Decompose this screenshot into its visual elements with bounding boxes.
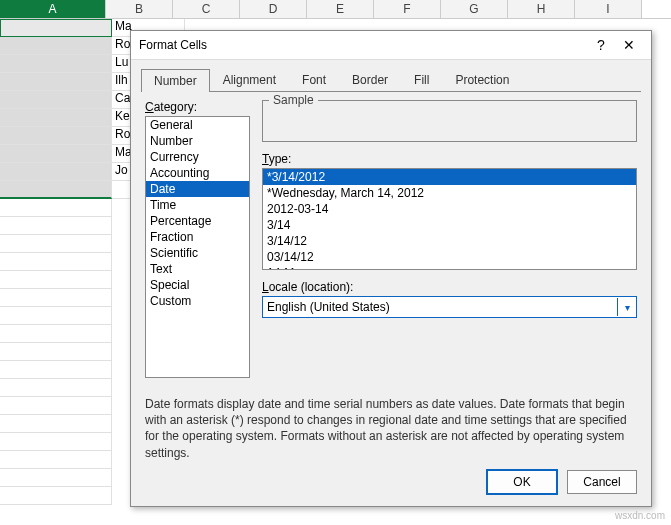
- cell-a23[interactable]: [0, 415, 112, 433]
- category-label: Category:: [145, 100, 250, 114]
- cell-a4[interactable]: [0, 73, 112, 91]
- col-header-i[interactable]: I: [575, 0, 642, 18]
- category-time[interactable]: Time: [146, 197, 249, 213]
- cell-a22[interactable]: [0, 397, 112, 415]
- titlebar: Format Cells ? ✕: [131, 31, 651, 60]
- cancel-button[interactable]: Cancel: [567, 470, 637, 494]
- col-header-d[interactable]: D: [240, 0, 307, 18]
- cell-a25[interactable]: [0, 451, 112, 469]
- sample-box: Sample: [262, 100, 637, 142]
- col-header-c[interactable]: C: [173, 0, 240, 18]
- category-percentage[interactable]: Percentage: [146, 213, 249, 229]
- cell-a13[interactable]: [0, 235, 112, 253]
- locale-select[interactable]: English (United States) ▾: [262, 296, 637, 318]
- category-list[interactable]: General Number Currency Accounting Date …: [145, 116, 250, 378]
- col-header-a[interactable]: A: [0, 0, 106, 18]
- cell-a26[interactable]: [0, 469, 112, 487]
- category-currency[interactable]: Currency: [146, 149, 249, 165]
- help-button[interactable]: ?: [587, 37, 615, 53]
- cell-a12[interactable]: [0, 217, 112, 235]
- col-header-b[interactable]: B: [106, 0, 173, 18]
- cell-a16[interactable]: [0, 289, 112, 307]
- cell-a15[interactable]: [0, 271, 112, 289]
- dialog-content: Category: General Number Currency Accoun…: [131, 92, 651, 386]
- tab-number[interactable]: Number: [141, 69, 210, 92]
- tab-alignment[interactable]: Alignment: [210, 68, 289, 91]
- type-item-1[interactable]: *Wednesday, March 14, 2012: [263, 185, 636, 201]
- type-item-0[interactable]: *3/14/2012: [263, 169, 636, 185]
- locale-label: Locale (location):: [262, 280, 637, 294]
- cell-a27[interactable]: [0, 487, 112, 505]
- cell-a18[interactable]: [0, 325, 112, 343]
- category-special[interactable]: Special: [146, 277, 249, 293]
- category-custom[interactable]: Custom: [146, 293, 249, 309]
- ok-button[interactable]: OK: [487, 470, 557, 494]
- type-list[interactable]: *3/14/2012 *Wednesday, March 14, 2012 20…: [262, 168, 637, 270]
- category-column: Category: General Number Currency Accoun…: [145, 100, 250, 378]
- cell-a5[interactable]: [0, 91, 112, 109]
- column-headers: A B C D E F G H I: [0, 0, 671, 19]
- category-text[interactable]: Text: [146, 261, 249, 277]
- category-number[interactable]: Number: [146, 133, 249, 149]
- cell-a10[interactable]: [0, 181, 112, 199]
- tab-font[interactable]: Font: [289, 68, 339, 91]
- col-header-e[interactable]: E: [307, 0, 374, 18]
- cell-a3[interactable]: [0, 55, 112, 73]
- tab-protection[interactable]: Protection: [442, 68, 522, 91]
- col-header-f[interactable]: F: [374, 0, 441, 18]
- tab-bar: Number Alignment Font Border Fill Protec…: [131, 60, 651, 91]
- col-header-g[interactable]: G: [441, 0, 508, 18]
- cell-a24[interactable]: [0, 433, 112, 451]
- cell-a11[interactable]: [0, 199, 112, 217]
- cell-a1[interactable]: [0, 19, 112, 37]
- cell-a21[interactable]: [0, 379, 112, 397]
- chevron-down-icon[interactable]: ▾: [617, 298, 636, 316]
- button-row: OK Cancel: [487, 470, 637, 494]
- cell-a7[interactable]: [0, 127, 112, 145]
- close-button[interactable]: ✕: [615, 37, 643, 53]
- category-date[interactable]: Date: [146, 181, 249, 197]
- type-label: Type:: [262, 152, 637, 166]
- col-header-h[interactable]: H: [508, 0, 575, 18]
- description-text: Date formats display date and time seria…: [131, 386, 651, 461]
- cell-a17[interactable]: [0, 307, 112, 325]
- format-cells-dialog: Format Cells ? ✕ Number Alignment Font B…: [130, 30, 652, 507]
- locale-value: English (United States): [263, 300, 617, 314]
- cell-a9[interactable]: [0, 163, 112, 181]
- tab-border[interactable]: Border: [339, 68, 401, 91]
- tab-fill[interactable]: Fill: [401, 68, 442, 91]
- type-item-4[interactable]: 3/14/12: [263, 233, 636, 249]
- detail-column: Sample Type: *3/14/2012 *Wednesday, Marc…: [262, 100, 637, 378]
- sample-label: Sample: [269, 93, 318, 107]
- type-item-3[interactable]: 3/14: [263, 217, 636, 233]
- cell-a14[interactable]: [0, 253, 112, 271]
- cell-a19[interactable]: [0, 343, 112, 361]
- type-item-6[interactable]: 14-Mar: [263, 265, 636, 270]
- cell-a20[interactable]: [0, 361, 112, 379]
- type-item-5[interactable]: 03/14/12: [263, 249, 636, 265]
- type-item-2[interactable]: 2012-03-14: [263, 201, 636, 217]
- watermark: wsxdn.com: [615, 510, 665, 521]
- category-scientific[interactable]: Scientific: [146, 245, 249, 261]
- cell-a6[interactable]: [0, 109, 112, 127]
- category-general[interactable]: General: [146, 117, 249, 133]
- category-accounting[interactable]: Accounting: [146, 165, 249, 181]
- cell-a8[interactable]: [0, 145, 112, 163]
- category-fraction[interactable]: Fraction: [146, 229, 249, 245]
- cell-a2[interactable]: [0, 37, 112, 55]
- dialog-title: Format Cells: [139, 38, 587, 52]
